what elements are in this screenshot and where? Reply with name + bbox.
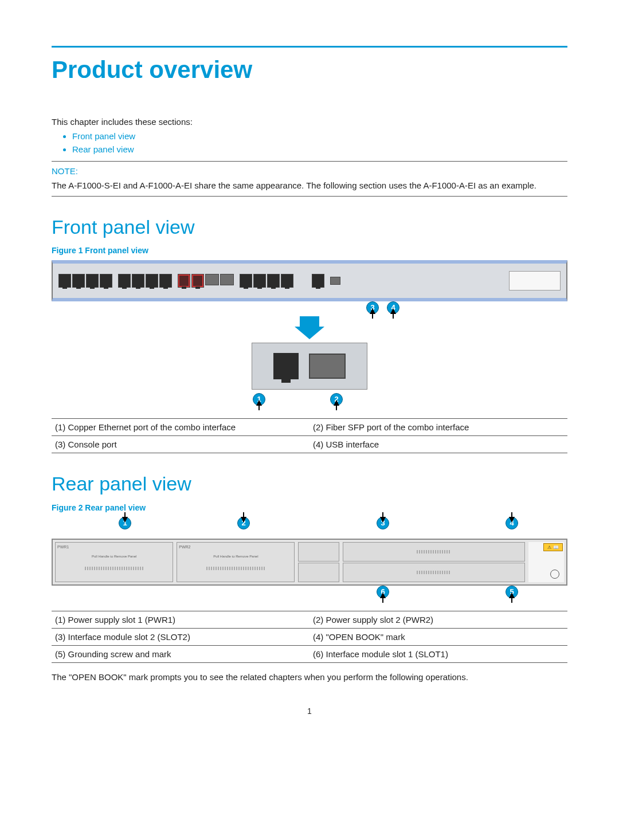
usb-port-icon: [330, 277, 340, 285]
callout-6: 6: [377, 586, 389, 598]
callout-row: 1 2: [52, 393, 567, 413]
table-row: (5) Grounding screw and mark (6) Interfa…: [52, 646, 567, 663]
figure1-caption: Figure 1 Front panel view: [52, 245, 567, 257]
callout-1: 1: [253, 393, 265, 406]
figure1-legend: (1) Copper Ethernet port of the combo in…: [52, 418, 567, 453]
table-row: (3) Console port (4) USB interface: [52, 435, 567, 453]
toc-item[interactable]: Front panel view: [72, 130, 567, 142]
power-slot-1: PWR1 Pull Handle to Remove Panel: [55, 542, 173, 582]
callout-4: 4: [506, 517, 518, 529]
section-heading-front: Front panel view: [52, 214, 567, 241]
ethernet-port-icon: [118, 274, 131, 288]
module-stack: [298, 542, 339, 582]
ethernet-port-icon: [281, 274, 293, 288]
ethernet-port-icon: [72, 274, 85, 288]
ethernet-port-icon: [146, 274, 158, 288]
vent-icon: [206, 567, 265, 570]
rear-panel-note: The "OPEN BOOK" mark prompts you to see …: [52, 671, 567, 683]
sfp-port-icon: [309, 354, 346, 379]
callout-2: 2: [237, 517, 250, 529]
callout-3: 3: [377, 517, 389, 529]
callout-row: 3 4: [52, 301, 567, 314]
ethernet-port-icon: [132, 274, 144, 288]
arrow-up-icon: [256, 400, 262, 406]
vent-icon: [417, 571, 451, 574]
callout-5: 5: [506, 586, 518, 598]
callout-1: 1: [119, 517, 131, 529]
table-row: (1) Power supply slot 1 (PWR1) (2) Power…: [52, 611, 567, 629]
port-group: [58, 274, 112, 288]
sfp-port-icon: [205, 274, 219, 285]
figure2-caption: Figure 2 Rear panel view: [52, 503, 567, 514]
figure2: 1 2 3 4 PWR1 Pull Handle to Remove Panel…: [52, 517, 567, 605]
arrow-down-icon: [380, 517, 386, 523]
rear-panel-device: PWR1 Pull Handle to Remove Panel PWR2 Pu…: [52, 539, 567, 586]
table-row: (3) Interface module slot 2 (SLOT2) (4) …: [52, 629, 567, 646]
zoom-arrow: [52, 314, 567, 327]
accent-rule: [52, 46, 567, 48]
combo-port-icon: [178, 274, 190, 288]
ethernet-port-icon: [253, 274, 266, 288]
open-book-icon: ⚠ 📖: [543, 543, 563, 551]
callout-row: 6 5: [52, 586, 567, 605]
callout-3: 3: [366, 301, 379, 314]
combo-port-icon: [191, 274, 204, 288]
ethernet-port-icon: [267, 274, 280, 288]
ethernet-port-icon: [273, 353, 299, 379]
power-slot-2: PWR2 Pull Handle to Remove Panel: [177, 542, 295, 582]
page-number: 1: [52, 706, 567, 717]
arrow-up-icon: [390, 308, 396, 314]
arrow-up-icon: [370, 308, 375, 314]
note-label: NOTE:: [52, 165, 567, 177]
vent-icon: [417, 550, 451, 554]
ethernet-port-icon: [58, 274, 71, 288]
led-panel: [509, 271, 561, 291]
toc-list: Front panel view Rear panel view: [52, 130, 567, 155]
module-slot-1: [343, 563, 525, 582]
arrow-down-icon: [509, 517, 515, 523]
callout-4: 4: [387, 301, 399, 314]
module-slot-2: [343, 542, 525, 562]
port-group: [118, 274, 172, 288]
zoom-detail: [252, 343, 367, 390]
ethernet-port-icon: [100, 274, 112, 288]
toc-item[interactable]: Rear panel view: [72, 143, 567, 155]
vent-icon: [85, 567, 143, 570]
grounding-screw-icon: [550, 570, 559, 579]
sfp-port-icon: [220, 274, 234, 285]
port-group: [240, 274, 293, 288]
note-text: The A-F1000-S-EI and A-F1000-A-EI share …: [52, 179, 567, 191]
port-group: [178, 274, 234, 288]
console-port-icon: [312, 274, 324, 288]
callout-2: 2: [330, 393, 343, 406]
figure1: 3 4 1 2: [52, 260, 567, 413]
arrow-up-icon: [509, 592, 515, 598]
ethernet-port-icon: [86, 274, 99, 288]
section-heading-rear: Rear panel view: [52, 470, 567, 498]
arrow-down-icon: [122, 517, 128, 523]
ethernet-port-icon: [159, 274, 172, 288]
ethernet-port-icon: [240, 274, 252, 288]
note-block: NOTE: The A-F1000-S-EI and A-F1000-A-EI …: [52, 161, 567, 197]
front-panel-device: [52, 260, 567, 301]
warning-block: ⚠ 📖: [528, 542, 564, 582]
arrow-down-icon: [241, 517, 246, 523]
arrow-up-icon: [334, 400, 339, 406]
callout-row: 1 2 3 4: [52, 517, 567, 536]
page-title: Product overview: [52, 53, 567, 87]
figure2-legend: (1) Power supply slot 1 (PWR1) (2) Power…: [52, 611, 567, 663]
arrow-down-icon: [300, 316, 319, 327]
table-row: (1) Copper Ethernet port of the combo in…: [52, 418, 567, 435]
intro-text: This chapter includes these sections:: [52, 116, 567, 128]
arrow-up-icon: [380, 592, 386, 598]
